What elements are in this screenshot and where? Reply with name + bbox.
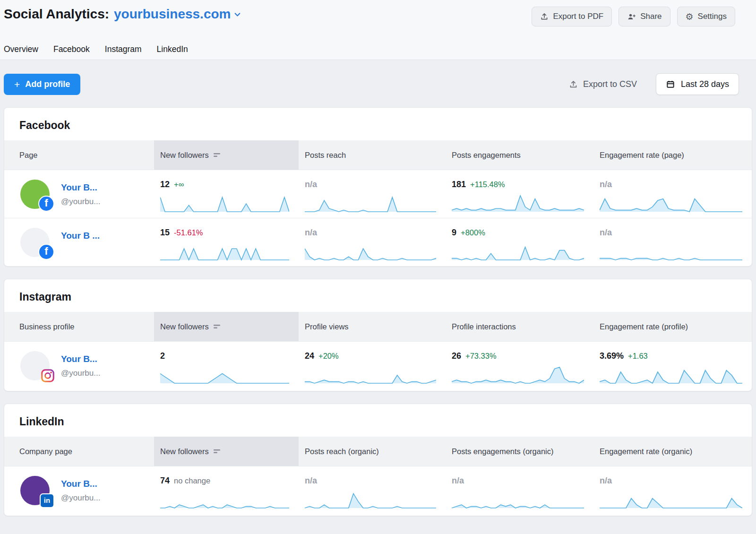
tab-linkedin[interactable]: LinkedIn	[157, 44, 188, 54]
section-title: Facebook	[4, 108, 752, 140]
section-title: Instagram	[4, 279, 752, 312]
metric-value: 24	[305, 351, 314, 361]
metric-value: 74	[160, 476, 170, 486]
table-row: Your B... @yourbu... 2 24 +20% 26 +73.33…	[4, 341, 752, 391]
linkedin-icon: in	[41, 494, 53, 507]
metric-cell: 26 +73.33%	[446, 342, 593, 391]
column-header-label: New followers	[160, 447, 209, 456]
share-button[interactable]: Share	[619, 7, 670, 26]
project-name: yourbusiness.com	[114, 7, 231, 22]
metric-value: 15	[160, 228, 170, 238]
metric-cell: 181 +115.48%	[446, 170, 593, 218]
metric-cell: n/a	[593, 218, 752, 266]
instagram-section: Instagram Business profile New followers…	[4, 279, 752, 391]
date-range-label: Last 28 days	[681, 79, 729, 89]
column-header-posts-engagements[interactable]: Posts engagements	[446, 140, 593, 170]
avatar	[20, 351, 50, 380]
metric-cell: n/a	[593, 170, 752, 218]
table-header-row: Company page New followers Posts reach (…	[4, 437, 752, 466]
metric-cell: n/a	[446, 466, 593, 516]
share-label: Share	[640, 12, 662, 21]
profile-handle: @yourbu...	[61, 493, 100, 503]
tab-overview[interactable]: Overview	[4, 44, 38, 54]
upload-icon	[540, 12, 549, 21]
sparkline-chart	[305, 193, 436, 213]
metric-value: n/a	[600, 180, 612, 189]
sparkline-chart	[160, 193, 289, 213]
metric-cell: 74 no change	[154, 466, 299, 516]
column-header-engagement-rate-organic[interactable]: Engagement rate (organic)	[593, 437, 752, 466]
sparkline-chart	[160, 489, 289, 509]
column-header-posts-reach-organic[interactable]: Posts reach (organic)	[299, 437, 446, 466]
avatar: in	[20, 476, 50, 505]
export-csv-button[interactable]: Export to CSV	[569, 79, 637, 89]
project-selector[interactable]: yourbusiness.com	[114, 7, 241, 22]
column-header-engagement-rate[interactable]: Engagement rate (profile)	[593, 312, 752, 341]
page-title-label: Social Analytics:	[4, 7, 109, 22]
metric-delta: +73.33%	[465, 352, 497, 361]
column-header-page: Page	[4, 140, 154, 170]
sort-descending-icon	[213, 449, 221, 454]
metric-value: 2	[160, 351, 165, 361]
sparkline-chart	[452, 193, 584, 213]
add-profile-label: Add profile	[25, 79, 70, 89]
person-plus-icon	[627, 12, 636, 21]
column-header-profile-views[interactable]: Profile views	[299, 312, 446, 341]
profile-name-link[interactable]: Your B ...	[61, 231, 100, 241]
metric-cell: 9 +800%	[446, 218, 593, 266]
metric-value: 9	[452, 228, 456, 238]
profile-name-link[interactable]: Your B...	[61, 354, 100, 364]
metric-cell: n/a	[299, 218, 446, 266]
nav-tabs: Overview Facebook Instagram LinkedIn	[4, 39, 752, 60]
metric-cell: 3.69% +1.63	[593, 342, 752, 391]
date-range-button[interactable]: Last 28 days	[656, 73, 739, 95]
column-header-posts-engagements-organic[interactable]: Posts engagements (organic)	[446, 437, 593, 466]
calendar-icon	[666, 79, 675, 89]
metric-delta: +800%	[461, 228, 485, 237]
metric-cell: 2	[154, 342, 299, 391]
tab-instagram[interactable]: Instagram	[105, 44, 142, 54]
metric-cell: 15 -51.61%	[154, 218, 299, 266]
column-header-company-page: Company page	[4, 437, 154, 466]
sparkline-chart	[452, 364, 584, 384]
page-header: Social Analytics: yourbusiness.com Expor…	[0, 0, 756, 60]
metric-cell: n/a	[593, 466, 752, 516]
table-row: f Your B... @yourbu... 12 +∞ n/a 181	[4, 170, 752, 218]
table-header-row: Business profile New followers Profile v…	[4, 312, 752, 341]
sparkline-chart	[305, 489, 436, 509]
tab-facebook[interactable]: Facebook	[53, 44, 90, 54]
metric-cell: 24 +20%	[299, 342, 446, 391]
sparkline-chart	[600, 489, 742, 509]
column-header-new-followers[interactable]: New followers	[154, 140, 299, 170]
profile-handle: @yourbu...	[61, 369, 100, 378]
metric-delta: +20%	[318, 352, 339, 361]
export-pdf-label: Export to PDF	[553, 12, 603, 21]
metric-value: 12	[160, 180, 170, 189]
metric-delta: +1.63	[628, 352, 648, 361]
sort-descending-icon	[213, 153, 221, 158]
sparkline-chart	[600, 364, 742, 384]
metric-value: 181	[452, 180, 466, 189]
chevron-down-icon	[233, 10, 241, 18]
sort-descending-icon	[213, 324, 221, 329]
settings-button[interactable]: ⚙ Settings	[677, 7, 735, 26]
metric-value: n/a	[452, 476, 464, 486]
column-header-engagement-rate[interactable]: Engagement rate (page)	[593, 140, 752, 170]
metric-value: 3.69%	[600, 351, 624, 361]
metric-value: 26	[452, 351, 461, 361]
export-pdf-button[interactable]: Export to PDF	[532, 7, 612, 26]
column-header-new-followers[interactable]: New followers	[154, 437, 299, 466]
profile-handle: @yourbu...	[61, 197, 100, 207]
profile-name-link[interactable]: Your B...	[61, 182, 100, 193]
upload-icon	[569, 80, 578, 89]
column-header-business-profile: Business profile	[4, 312, 154, 341]
metric-delta: no change	[174, 476, 210, 485]
column-header-new-followers[interactable]: New followers	[154, 312, 299, 341]
add-profile-button[interactable]: + Add profile	[4, 74, 80, 95]
sparkline-chart	[600, 193, 742, 213]
column-header-profile-interactions[interactable]: Profile interactions	[446, 312, 593, 341]
profile-name-link[interactable]: Your B...	[61, 479, 100, 489]
column-header-posts-reach[interactable]: Posts reach	[299, 140, 446, 170]
metric-value: n/a	[305, 228, 317, 238]
metric-cell: 12 +∞	[154, 170, 299, 218]
